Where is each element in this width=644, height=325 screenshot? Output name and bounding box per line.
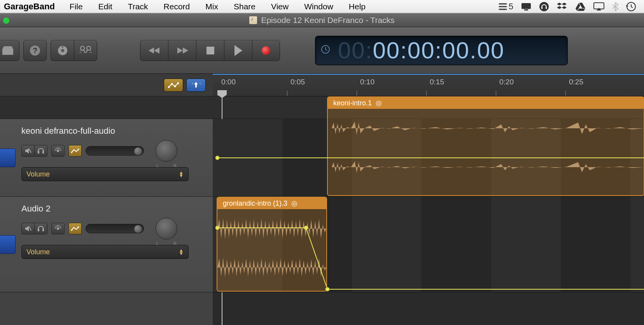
library-button[interactable] (0, 40, 19, 61)
help-button[interactable]: ? (23, 40, 47, 61)
dropbox-icon[interactable] (557, 2, 568, 11)
automation-toggle[interactable] (164, 79, 183, 92)
automation-mode-button[interactable] (68, 223, 82, 234)
track-header[interactable]: keoni defranco-full-audio LR (0, 119, 213, 197)
track-name: Audio 2 (21, 204, 205, 214)
svg-point-16 (87, 46, 91, 50)
lcd-time: 00:00:00.00 (373, 37, 504, 63)
bluetooth-icon[interactable] (612, 2, 618, 11)
param-label: Volume (26, 170, 50, 178)
todoist-icon[interactable]: 5 (498, 2, 513, 12)
svg-rect-0 (522, 3, 531, 9)
chevron-updown-icon: ▲▼ (179, 171, 184, 178)
automation-param-select[interactable]: Volume ▲▼ (21, 167, 189, 181)
app-name: GarageBand (0, 2, 62, 12)
ruler-label: 0:20 (499, 78, 514, 86)
badge-count: 5 (509, 2, 513, 12)
menu-share[interactable]: Share (226, 2, 263, 11)
automation-mode-button[interactable] (68, 145, 82, 157)
solo-button[interactable] (34, 223, 47, 234)
svg-point-2 (539, 2, 549, 11)
track-name: keoni defranco-full-audio (21, 126, 205, 136)
playhead[interactable] (217, 90, 227, 98)
automation-param-select[interactable]: Volume ▲▼ (21, 245, 189, 259)
track-headers-panel: keoni defranco-full-audio LR (0, 74, 213, 325)
track-icon (0, 149, 16, 167)
editors-button[interactable] (74, 40, 97, 61)
stop-button[interactable] (196, 40, 224, 61)
mute-button[interactable] (21, 223, 35, 234)
ruler-label: 0:05 (290, 78, 305, 86)
menu-window[interactable]: Window (296, 2, 341, 11)
track-lane[interactable]: gronlandic-intro (1).3 ◎ (213, 197, 644, 292)
headphones-icon[interactable] (539, 2, 549, 12)
ruler-label: 0:10 (360, 78, 374, 86)
svg-rect-8 (3, 47, 12, 49)
svg-point-35 (215, 156, 219, 160)
input-monitor-button[interactable] (51, 223, 65, 234)
pan-r-label: R (173, 163, 177, 168)
pan-r-label: R (173, 241, 177, 246)
ruler-label: 0:00 (221, 78, 236, 86)
svg-text:?: ? (33, 46, 37, 55)
display-icon[interactable] (521, 3, 531, 10)
chevron-updown-icon: ▲▼ (179, 249, 184, 255)
svg-point-31 (57, 227, 59, 230)
forward-button[interactable] (168, 40, 196, 61)
volume-slider[interactable] (86, 146, 144, 156)
document-icon (249, 16, 257, 24)
input-monitor-button[interactable] (51, 145, 65, 157)
traffic-light-green[interactable] (3, 17, 9, 24)
svg-rect-23 (38, 151, 39, 154)
time-ruler[interactable]: 0:00 0:05 0:10 0:15 0:20 0:25 (213, 74, 644, 96)
menu-mix[interactable]: Mix (198, 2, 226, 11)
track-lane[interactable]: keoni-intro.1 ◎ (213, 119, 644, 197)
pan-l-label: L (156, 163, 159, 168)
region-name: gronlandic-intro (1).3 (223, 199, 287, 208)
svg-rect-24 (42, 151, 44, 154)
smart-controls-button[interactable] (51, 40, 74, 61)
menu-edit[interactable]: Edit (91, 2, 120, 11)
menu-track[interactable]: Track (120, 2, 156, 11)
timeline-area[interactable]: 0:00 0:05 0:10 0:15 0:20 0:25 keoni-intr… (213, 74, 644, 325)
menu-record[interactable]: Record (156, 2, 198, 11)
lcd-dim-prefix: 00: (338, 37, 373, 63)
ruler-label: 0:25 (569, 78, 583, 86)
svg-line-28 (29, 227, 31, 231)
rewind-button[interactable] (140, 40, 168, 61)
lcd-display[interactable]: 00:00:00:00.00 (315, 36, 568, 65)
svg-rect-1 (524, 9, 528, 10)
google-drive-icon[interactable] (576, 2, 586, 11)
menu-help[interactable]: Help (341, 2, 373, 11)
mute-button[interactable] (21, 145, 35, 157)
stereo-icon: ◎ (291, 199, 298, 208)
svg-rect-7 (2, 49, 13, 55)
time-machine-icon[interactable] (626, 2, 636, 12)
svg-point-20 (174, 85, 176, 87)
stereo-icon: ◎ (376, 99, 382, 107)
svg-rect-9 (4, 46, 12, 47)
menu-view[interactable]: View (263, 2, 296, 11)
catch-playhead-toggle[interactable] (186, 79, 206, 92)
play-button[interactable] (224, 40, 252, 61)
record-button[interactable] (252, 40, 280, 61)
airplay-icon[interactable] (593, 2, 604, 11)
track-header-toolbar (0, 74, 213, 96)
audio-region[interactable]: keoni-intro.1 ◎ (327, 96, 644, 196)
volume-slider[interactable] (86, 224, 144, 233)
pan-knob[interactable] (156, 140, 177, 162)
window-titlebar: Episode 12 Keoni DeFranco - Tracks (0, 13, 644, 27)
menu-file[interactable]: File (62, 2, 91, 11)
toolbar: ? 00:00:00:00.00 (0, 27, 644, 74)
pan-knob[interactable] (156, 218, 177, 239)
window-title: Episode 12 Keoni DeFranco - Tracks (261, 16, 394, 25)
solo-button[interactable] (34, 145, 47, 157)
svg-rect-30 (42, 229, 44, 231)
svg-rect-4 (546, 7, 547, 9)
clock-icon (321, 45, 330, 56)
track-icon (0, 235, 16, 254)
svg-point-25 (57, 150, 59, 152)
region-name: keoni-intro.1 (333, 99, 372, 107)
track-header[interactable]: Audio 2 LR (0, 197, 213, 292)
audio-region[interactable]: gronlandic-intro (1).3 ◎ (217, 197, 327, 292)
